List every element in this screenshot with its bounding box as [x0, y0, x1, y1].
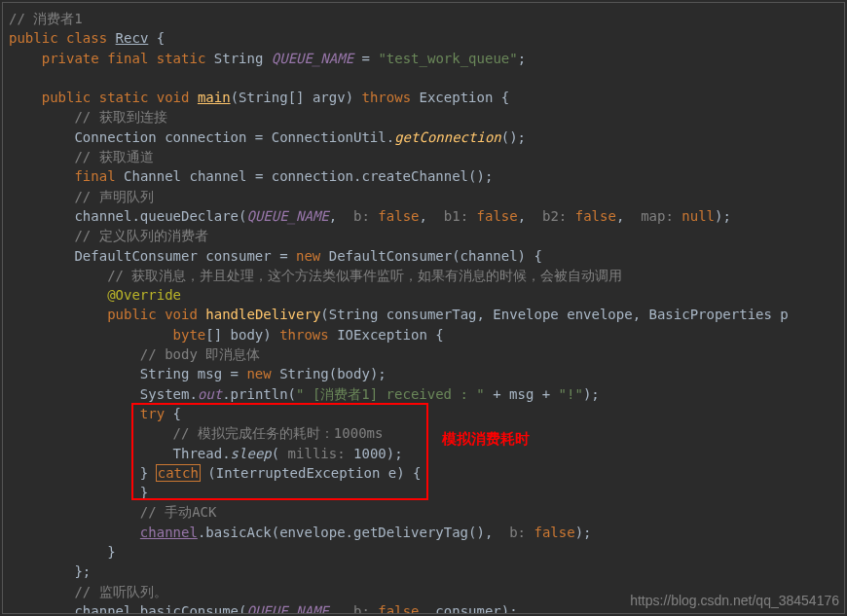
- catch-args: (InterruptedException e) {: [200, 465, 422, 481]
- comma: ,: [329, 208, 353, 224]
- string-literal: " [消费者1] received : ": [296, 386, 485, 402]
- close-paren: );: [387, 446, 403, 461]
- comment-line: // 获取通道: [74, 149, 153, 164]
- kw-try: try: [140, 406, 165, 421]
- kw-false: false: [378, 208, 419, 224]
- comment-line: // 定义队列的消费者: [74, 228, 207, 243]
- num: 1000: [346, 446, 387, 461]
- kw-throws: throws: [279, 327, 329, 343]
- code-block[interactable]: // 消费者1 public class Recv { private fina…: [9, 9, 838, 614]
- param-hint: b2:: [542, 208, 567, 224]
- defcons2: DefaultConsumer(channel) {: [320, 248, 542, 264]
- method-main: main: [198, 90, 231, 105]
- kw-static: static: [157, 51, 206, 66]
- comma: ,: [420, 208, 444, 224]
- method-getconn: getConnection: [394, 129, 501, 145]
- kw-private: private: [42, 51, 99, 66]
- conn-decl: Connection connection = ConnectionUtil.: [74, 129, 394, 145]
- field-channel: channel: [140, 525, 198, 540]
- handle-args2: [] body): [205, 327, 279, 343]
- cons-close: , consumer);: [420, 603, 518, 614]
- param-hint: map:: [641, 208, 674, 224]
- kw-catch: catch: [157, 465, 200, 481]
- println: .println(: [222, 386, 296, 402]
- comment-line: // 模拟完成任务的耗时：1000ms: [173, 425, 384, 441]
- method-handle: handleDelivery: [205, 307, 320, 322]
- param-hint: b:: [509, 525, 526, 540]
- comment-line: // body 即消息体: [140, 346, 260, 362]
- ex: Exception {: [411, 90, 509, 105]
- comma: ,: [518, 208, 542, 224]
- field-out: out: [198, 386, 222, 402]
- kw-throws: throws: [361, 90, 411, 105]
- kw-new: new: [296, 248, 320, 264]
- kw-false: false: [575, 208, 616, 224]
- brace: }: [107, 544, 115, 560]
- method-sleep: sleep: [231, 446, 272, 461]
- eq: =: [353, 51, 378, 66]
- kw-final: final: [107, 51, 148, 66]
- kw-public: public: [42, 90, 92, 105]
- kw-null: null: [681, 208, 715, 224]
- handle-args1: (String consumerTag, Envelope envelope, …: [320, 307, 788, 322]
- paren: ();: [501, 129, 526, 145]
- kw-void: void: [157, 90, 190, 105]
- param-hint: b1:: [444, 208, 468, 224]
- brace: {: [148, 30, 165, 46]
- param-hint: b:: [353, 208, 370, 224]
- defcons: DefaultConsumer consumer =: [74, 248, 296, 264]
- kw-false: false: [378, 603, 419, 614]
- ex-io: IOException {: [329, 327, 444, 343]
- field-queue: QUEUE_NAME: [246, 208, 328, 224]
- field-queue: QUEUE_NAME: [272, 51, 353, 66]
- close-paren: );: [715, 208, 731, 224]
- basicconsume: channel.basicConsume(: [74, 603, 246, 614]
- annotation-override: @Override: [107, 287, 181, 303]
- code-editor[interactable]: // 消费者1 public class Recv { private fina…: [2, 2, 845, 614]
- field-queue: QUEUE_NAME: [246, 603, 328, 614]
- type-string: String: [214, 51, 264, 66]
- comment-line: // 手动ACK: [140, 504, 217, 520]
- brace: }: [140, 465, 148, 481]
- comma: ,: [329, 603, 353, 614]
- param-hint: millis:: [288, 446, 346, 461]
- class-name: Recv: [116, 30, 149, 46]
- comment-line: // 获取消息，并且处理，这个方法类似事件监听，如果有消息的时候，会被自动调用: [107, 268, 622, 283]
- param-hint: b:: [353, 603, 370, 614]
- comment-line: // 消费者1: [9, 11, 83, 26]
- comment-line: // 声明队列: [74, 189, 153, 204]
- msg-decl2: String(body);: [272, 366, 387, 381]
- comment-line: // 获取到连接: [74, 109, 166, 125]
- channel-decl: Channel channel = connection.createChann…: [116, 168, 494, 184]
- kw-false: false: [534, 525, 574, 540]
- close-paren: );: [583, 386, 600, 402]
- kw-final: final: [74, 168, 115, 184]
- kw-new: new: [246, 366, 271, 381]
- kw-void: void: [165, 307, 198, 322]
- main-args: (String[] argv): [231, 90, 362, 105]
- sysout: System.: [140, 386, 198, 402]
- msg-decl: String msg =: [140, 366, 247, 381]
- kw-byte: byte: [173, 327, 206, 343]
- brace: }: [140, 485, 148, 500]
- brace-semi: };: [74, 563, 91, 579]
- string-literal: "test_work_queue": [378, 51, 517, 66]
- kw-class: class: [66, 30, 107, 46]
- thread: Thread.: [173, 446, 231, 461]
- basicack: .basicAck(envelope.getDeliveryTag(),: [198, 525, 509, 540]
- plus: + msg +: [485, 386, 559, 402]
- comma: ,: [616, 208, 641, 224]
- brace: {: [165, 406, 181, 421]
- paren: (: [272, 446, 288, 461]
- close-paren: );: [575, 525, 592, 540]
- kw-false: false: [477, 208, 518, 224]
- kw-static: static: [99, 90, 149, 105]
- string-literal: "!": [559, 386, 583, 402]
- kw-public: public: [9, 30, 58, 46]
- comment-line: // 监听队列。: [74, 584, 166, 599]
- kw-public: public: [107, 307, 157, 322]
- queue-declare: channel.queueDeclare(: [74, 208, 246, 224]
- semi: ;: [518, 51, 526, 66]
